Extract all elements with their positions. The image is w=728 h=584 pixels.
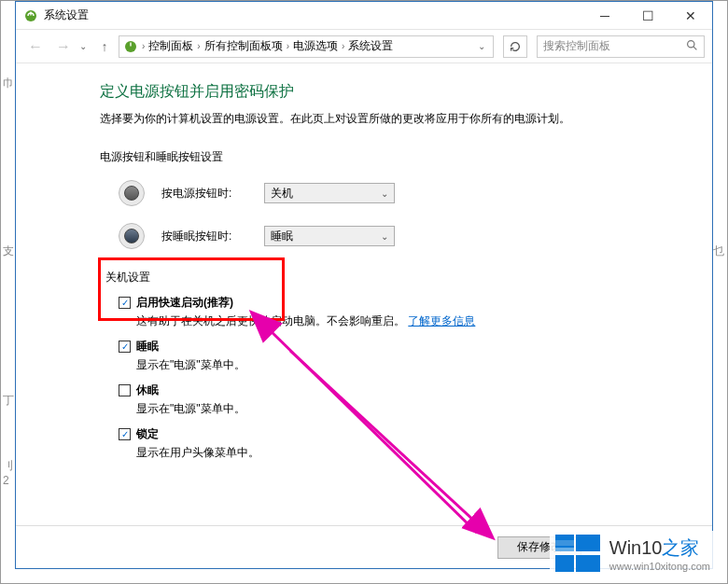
sleep-button-select[interactable]: 睡眠 ⌄	[264, 226, 395, 246]
navbar: ← → ⌄ ↑ › 控制面板 › 所有控制面板项 › 电源选项 › 系统设置	[16, 30, 712, 63]
option-desc: 显示在"电源"菜单中。	[136, 401, 712, 417]
chevron-right-icon: ›	[197, 41, 200, 51]
minimize-button[interactable]: ─	[583, 2, 626, 30]
refresh-button[interactable]	[503, 35, 527, 58]
edge-decor: 乜	[713, 243, 724, 259]
option-label: 启用快速启动(推荐)	[136, 295, 233, 311]
edge-decor: 刂2	[3, 458, 14, 487]
search-input[interactable]: 搜索控制面板	[537, 35, 705, 58]
breadcrumb-item[interactable]: 电源选项	[293, 38, 338, 54]
option-desc: 这有助于在关机之后更快地启动电脑。不会影响重启。 了解更多信息	[136, 313, 712, 329]
svg-rect-1	[30, 11, 31, 15]
sleep-button-row: 按睡眠按钮时: 睡眠 ⌄	[119, 223, 712, 249]
window-title: 系统设置	[44, 7, 89, 23]
checkbox-hibernate[interactable]	[119, 384, 131, 396]
option-desc: 显示在"电源"菜单中。	[136, 357, 712, 373]
nav-back-button[interactable]: ←	[23, 35, 48, 59]
chevron-down-icon[interactable]: ⌄	[478, 41, 485, 51]
app-window: 系统设置 ─ ☐ ✕ ← → ⌄ ↑ › 控制面板 › 所	[15, 1, 713, 569]
chevron-down-icon: ⌄	[381, 188, 388, 199]
breadcrumb[interactable]: › 控制面板 › 所有控制面板项 › 电源选项 › 系统设置 ⌄	[119, 35, 494, 58]
button-section-label: 电源按钮和睡眠按钮设置	[100, 149, 712, 165]
svg-line-5	[693, 47, 696, 49]
app-icon	[23, 8, 38, 23]
shutdown-section-label: 关机设置	[105, 270, 699, 285]
nav-forward-button[interactable]: →	[51, 35, 76, 59]
breadcrumb-item[interactable]: 所有控制面板项	[204, 38, 283, 54]
option-desc: 显示在用户头像菜单中。	[136, 445, 712, 461]
watermark-url: www.win10xitong.com	[609, 561, 710, 572]
page-subtext: 选择要为你的计算机设置的电源设置。在此页上对设置所做的更改将应用于你所有的电源计…	[100, 111, 712, 127]
svg-rect-3	[130, 42, 131, 46]
power-button-value: 关机	[271, 186, 293, 202]
option-lock: ✓ 锁定 显示在用户头像菜单中。	[119, 426, 712, 461]
chevron-right-icon: ›	[342, 41, 344, 51]
maximize-button[interactable]: ☐	[626, 2, 669, 30]
sleep-button-value: 睡眠	[271, 229, 293, 244]
chevron-down-icon: ⌄	[381, 231, 388, 242]
option-desc-text: 这有助于在关机之后更快地启动电脑。不会影响重启。	[136, 314, 405, 327]
edge-decor: 巾	[3, 76, 14, 91]
power-button-select[interactable]: 关机 ⌄	[264, 183, 395, 203]
control-panel-icon	[123, 39, 138, 54]
nav-up-button[interactable]: ↑	[94, 39, 115, 54]
nav-history-dropdown[interactable]: ⌄	[79, 41, 91, 51]
option-label: 睡眠	[136, 339, 159, 355]
learn-more-link[interactable]: 了解更多信息	[408, 314, 475, 327]
svg-point-4	[688, 40, 694, 47]
option-sleep: ✓ 睡眠 显示在"电源"菜单中。	[119, 339, 712, 373]
edge-decor: 支	[3, 243, 14, 259]
power-icon	[119, 180, 145, 206]
option-label: 休眠	[136, 382, 159, 398]
option-hibernate: 休眠 显示在"电源"菜单中。	[119, 382, 712, 417]
titlebar: 系统设置 ─ ☐ ✕	[16, 2, 712, 30]
power-button-label: 按电源按钮时:	[161, 186, 264, 202]
edge-decor: 丁	[3, 393, 14, 409]
sleep-button-label: 按睡眠按钮时:	[161, 229, 264, 244]
search-icon	[686, 39, 698, 54]
sleep-icon	[119, 223, 145, 249]
watermark-brand: Win10之家	[609, 535, 710, 561]
option-label: 锁定	[136, 426, 159, 442]
breadcrumb-item[interactable]: 控制面板	[148, 38, 193, 54]
checkbox-fast-start[interactable]: ✓	[119, 297, 131, 309]
watermark: Win10之家 www.win10xitong.com	[550, 531, 716, 576]
content-area: 定义电源按钮并启用密码保护 选择要为你的计算机设置的电源设置。在此页上对设置所做…	[16, 63, 712, 461]
checkbox-sleep[interactable]: ✓	[119, 341, 131, 353]
search-placeholder: 搜索控制面板	[543, 38, 610, 54]
checkbox-lock[interactable]: ✓	[119, 428, 131, 440]
close-button[interactable]: ✕	[669, 2, 712, 30]
chevron-right-icon: ›	[142, 41, 145, 51]
option-fast-start: ✓ 启用快速启动(推荐) 这有助于在关机之后更快地启动电脑。不会影响重启。 了解…	[119, 295, 712, 329]
windows-logo-icon	[555, 535, 600, 572]
chevron-right-icon: ›	[287, 41, 289, 51]
breadcrumb-item[interactable]: 系统设置	[348, 38, 393, 54]
power-button-row: 按电源按钮时: 关机 ⌄	[119, 180, 712, 206]
page-heading: 定义电源按钮并启用密码保护	[100, 82, 712, 102]
